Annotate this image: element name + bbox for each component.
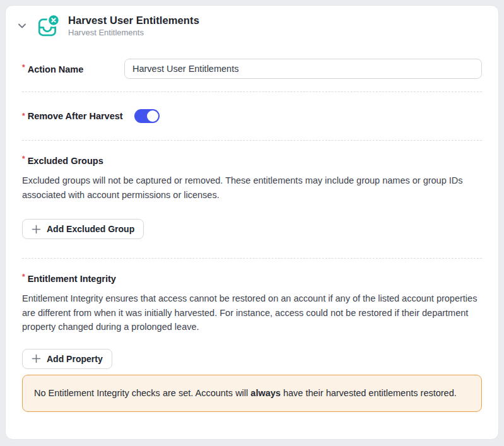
required-asterisk: *: [22, 273, 25, 281]
notice-text-before: No Entitlement Integrity checks are set.…: [34, 388, 250, 398]
card-header: Harvest User Entitlements Harvest Entitl…: [6, 6, 498, 43]
required-asterisk: *: [22, 63, 25, 72]
page-title: Harvest User Entitlements: [68, 15, 199, 26]
toggle-knob: [147, 110, 158, 122]
divider: [22, 258, 482, 259]
action-name-input[interactable]: [124, 59, 482, 79]
entitlement-integrity-label: Entitlement Integrity: [28, 274, 116, 284]
excluded-groups-label: Excluded Groups: [28, 156, 103, 166]
divider: [22, 140, 482, 141]
action-name-label-cell: *Action Name: [22, 63, 124, 75]
required-asterisk: *: [22, 155, 25, 163]
excluded-groups-heading: *Excluded Groups: [22, 155, 482, 167]
excluded-groups-description: Excluded groups will not be captured or …: [22, 173, 478, 202]
page-subtitle: Harvest Entitlements: [68, 28, 199, 37]
notice-text-after: have their harvested entitlements restor…: [281, 388, 457, 398]
notice-text-bold: always: [250, 388, 281, 398]
plus-icon: [32, 225, 41, 234]
collapse-chevron-down-icon[interactable]: [15, 18, 30, 33]
remove-after-harvest-label: Remove After Harvest: [28, 111, 123, 121]
add-excluded-group-button[interactable]: Add Excluded Group: [22, 219, 144, 239]
add-property-button[interactable]: Add Property: [22, 349, 112, 369]
entitlement-integrity-heading: *Entitlement Integrity: [22, 273, 482, 285]
entitlement-integrity-notice: No Entitlement Integrity checks are set.…: [22, 375, 482, 412]
add-property-label: Add Property: [47, 354, 103, 364]
action-name-row: *Action Name: [22, 59, 482, 79]
divider: [22, 91, 482, 92]
entitlement-integrity-description: Entitlement Integrity ensures that acces…: [22, 291, 478, 334]
action-name-label: Action Name: [28, 64, 84, 74]
required-asterisk: *: [22, 112, 25, 120]
add-excluded-group-label: Add Excluded Group: [47, 224, 134, 234]
remove-after-harvest-row: *Remove After Harvest: [22, 109, 482, 123]
harvest-action-card: Harvest User Entitlements Harvest Entitl…: [5, 5, 499, 440]
title-block: Harvest User Entitlements Harvest Entitl…: [68, 15, 199, 37]
remove-after-harvest-toggle[interactable]: [134, 109, 160, 123]
form-body: *Action Name *Remove After Harvest *Excl…: [6, 59, 498, 412]
plus-icon: [32, 354, 41, 363]
harvest-inbox-x-icon: [36, 14, 60, 38]
